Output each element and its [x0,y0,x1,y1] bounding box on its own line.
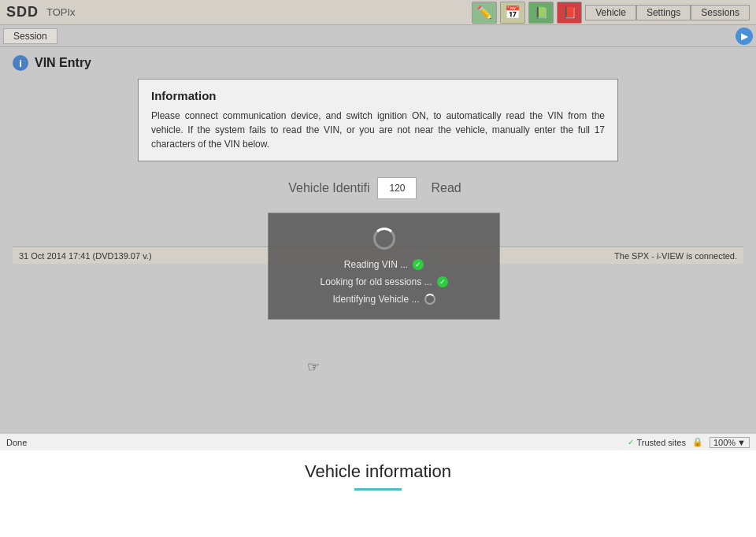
trusted-check-icon: ✓ [628,438,634,446]
status-identifying: Identifying Vehicle ... [332,294,435,305]
info-box-heading: Information [151,89,605,102]
top-bar-left: SDD TOPIx [6,4,76,20]
settings-button[interactable]: Settings [636,5,691,20]
nav-buttons: Vehicle Settings Sessions [585,5,750,20]
status-reading-vin: Reading VIN ... ✓ [344,259,424,270]
spin-icon-3 [424,294,435,305]
loading-spinner [373,228,395,250]
session-tab[interactable]: Session [3,28,57,44]
vin-header: i VIN Entry [13,55,743,71]
vehicle-button[interactable]: Vehicle [585,5,636,20]
sdd-logo: SDD [6,4,39,20]
zoom-label: 100% [713,438,736,447]
calendar-icon[interactable]: 📅 [500,2,525,24]
status-right-text: The SPX - i-VIEW is connected. [614,251,737,261]
loading-popup: Reading VIN ... ✓ Looking for old sessio… [268,213,500,320]
caption-title: Vehicle information [0,461,756,482]
pencil-icon[interactable]: ✏️ [472,2,497,24]
sessions-button[interactable]: Sessions [691,5,750,20]
lock-icon: 🔒 [692,437,703,447]
vehicle-id-row: Vehicle Identifi Read [13,177,743,199]
status-right: The SPX - i-VIEW is connected. [614,251,737,261]
status-text-1: Reading VIN ... [344,259,408,270]
info-box: Information Please connect communication… [138,79,618,161]
status-text-3: Identifying Vehicle ... [332,294,419,305]
info-box-body: Please connect communication device, and… [151,109,605,151]
status-old-sessions: Looking for old sessions ... ✓ [320,276,447,287]
caption-area: Vehicle information [0,450,756,497]
main-content: i VIN Entry Information Please connect c… [0,47,756,433]
browser-done-label: Done [6,438,621,447]
red-book-icon[interactable]: 📕 [557,2,582,24]
top-bar-right: ✏️ 📅 📗 📕 Vehicle Settings Sessions [472,2,750,24]
info-circle-icon: i [13,55,28,71]
trusted-sites: ✓ Trusted sites [628,438,686,447]
check-icon-1: ✓ [413,259,424,270]
app-window: SDD TOPIx ✏️ 📅 📗 📕 Vehicle Settings Sess… [0,0,756,450]
caption-line [354,488,402,491]
zoom-control[interactable]: 100% ▼ [710,437,750,448]
vehicle-id-label: Vehicle Identifi [288,181,369,195]
session-go-button[interactable]: ▶ [736,28,753,45]
go-arrow-icon: ▶ [741,31,748,42]
status-text-2: Looking for old sessions ... [320,276,432,287]
zoom-chevron-icon: ▼ [737,438,746,447]
check-icon-2: ✓ [437,276,448,287]
trusted-sites-label: Trusted sites [636,438,686,447]
read-button[interactable]: Read [424,178,467,198]
browser-bar: Done ✓ Trusted sites 🔒 100% ▼ [0,433,756,450]
topix-label: TOPIx [46,6,76,18]
cursor: ☞ [307,358,320,376]
browser-bar-right: ✓ Trusted sites 🔒 100% ▼ [628,437,750,448]
session-bar: Session ▶ [0,25,756,47]
green-book-icon[interactable]: 📗 [528,2,554,24]
vin-input[interactable] [377,177,417,199]
vin-entry-title: VIN Entry [35,56,91,70]
top-bar: SDD TOPIx ✏️ 📅 📗 📕 Vehicle Settings Sess… [0,0,756,25]
